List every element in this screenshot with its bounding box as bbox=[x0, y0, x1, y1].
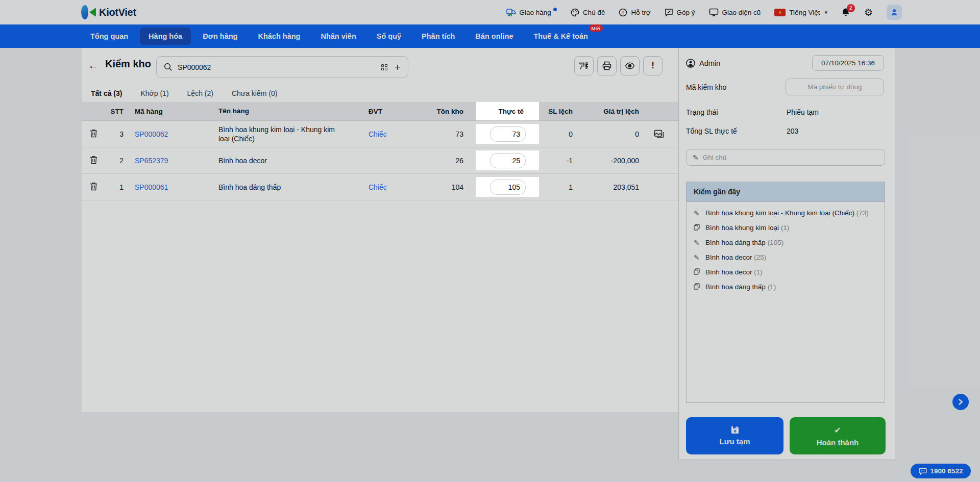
recent-check-item[interactable]: ✎ Bình hoa dáng thấp (105) bbox=[694, 238, 877, 248]
nav-item[interactable]: Phân tích bbox=[413, 28, 463, 45]
product-code-link[interactable]: SP000061 bbox=[135, 183, 168, 191]
pencil-icon: ✎ bbox=[694, 238, 701, 248]
main-nav: Tổng quan Hàng hóa Đơn hàng Khách hàng bbox=[0, 24, 980, 48]
old-interface-menu[interactable]: Giao diện cũ bbox=[709, 8, 761, 16]
delete-row-button[interactable] bbox=[84, 156, 97, 166]
new-badge: Mới bbox=[589, 24, 603, 32]
diff-qty: 1 bbox=[539, 183, 585, 191]
recent-item-name: Bình hoa dáng thấp bbox=[705, 283, 766, 291]
barcode-scan-button[interactable] bbox=[574, 56, 594, 75]
recent-check-item[interactable]: ✎ Bình hoa khung kim loại - Khung kim lo… bbox=[694, 209, 877, 218]
delivery-menu[interactable]: Giao hàng bbox=[506, 8, 557, 16]
page-title: Kiểm kho bbox=[105, 58, 151, 70]
recent-check-item[interactable]: Bình hoa khung kim loại (1) bbox=[694, 223, 877, 233]
col-stock: Tồn kho bbox=[414, 108, 476, 115]
save-draft-button[interactable]: Lưu tạm bbox=[686, 417, 783, 454]
recent-checks-title: Kiểm gần đây bbox=[687, 182, 885, 202]
product-search[interactable]: + bbox=[156, 56, 408, 78]
vietnam-flag-icon: ★ bbox=[774, 9, 786, 16]
total-value: 203 bbox=[787, 127, 798, 135]
product-name: Bình hoa khung kim loại - Khung kim loại… bbox=[216, 125, 364, 143]
language-selector[interactable]: ★ Tiếng Việt ▾ bbox=[774, 9, 827, 16]
notifications-button[interactable]: 2 bbox=[841, 8, 850, 17]
product-code-link[interactable]: SP000062 bbox=[135, 130, 168, 138]
support-menu[interactable]: ! Hỗ trợ bbox=[619, 8, 650, 17]
brand-logo[interactable]: KiotViet bbox=[81, 5, 136, 20]
actual-qty-input[interactable] bbox=[490, 126, 526, 142]
monitor-icon bbox=[709, 8, 719, 16]
printer-icon bbox=[602, 61, 611, 70]
nav-item[interactable]: Nhân viên bbox=[312, 28, 364, 45]
complete-button[interactable]: ✔ Hoàn thành bbox=[790, 417, 886, 454]
person-icon bbox=[890, 8, 898, 16]
search-input[interactable] bbox=[178, 63, 376, 71]
stock-qty: 26 bbox=[414, 157, 476, 165]
feedback-menu[interactable]: Góp ý bbox=[665, 8, 695, 17]
unit-link[interactable]: Chiếc bbox=[369, 130, 387, 138]
code-label: Mã kiểm kho bbox=[686, 83, 726, 91]
topbar: KiotViet Giao hàng Chủ đề ! Hỗ trợ Góp ý bbox=[0, 0, 980, 24]
nav-item[interactable]: Hàng hóa bbox=[140, 28, 191, 45]
recent-item-name: Bình hoa khung kim loại bbox=[705, 224, 779, 232]
row-stt: 3 bbox=[104, 130, 130, 138]
image-icon[interactable] bbox=[654, 130, 664, 138]
search-icon bbox=[164, 63, 173, 71]
actual-qty-input[interactable] bbox=[490, 153, 526, 168]
status-value: Phiếu tạm bbox=[787, 108, 819, 116]
user-avatar[interactable] bbox=[887, 5, 902, 20]
copy-icon bbox=[694, 268, 701, 277]
col-name: Tên hàng bbox=[216, 107, 364, 116]
pencil-icon: ✎ bbox=[694, 209, 701, 218]
check-code-input[interactable]: Mã phiếu tự động bbox=[786, 79, 884, 95]
support-hotline-button[interactable]: 1900 6522 bbox=[911, 464, 971, 478]
nav-item[interactable]: Tổng quan bbox=[82, 28, 137, 45]
preview-button[interactable] bbox=[620, 56, 640, 75]
copy-icon bbox=[694, 283, 701, 292]
kiotviet-app: KiotViet Giao hàng Chủ đề ! Hỗ trợ Góp ý bbox=[0, 0, 980, 482]
trash-icon bbox=[90, 182, 97, 191]
col-unit: ĐVT bbox=[364, 108, 414, 115]
theme-menu[interactable]: Chủ đề bbox=[571, 8, 605, 17]
nav-item[interactable]: Thuế & Kế toán Mới bbox=[525, 28, 596, 45]
recent-check-item[interactable]: Bình hoa dáng thấp (1) bbox=[694, 283, 877, 292]
nav-item[interactable]: Sổ quỹ bbox=[368, 28, 410, 45]
save-icon bbox=[731, 426, 739, 434]
expand-sidebar-button[interactable] bbox=[952, 394, 969, 410]
col-diff: SL lệch bbox=[539, 108, 585, 115]
admin-icon bbox=[686, 59, 695, 68]
nav-item[interactable]: Bán online bbox=[467, 28, 522, 45]
recent-item-count: (1) bbox=[768, 283, 776, 291]
chevron-down-icon: ▾ bbox=[824, 9, 827, 16]
diff-value: 0 bbox=[585, 130, 646, 138]
recent-item-count: (25) bbox=[754, 253, 766, 261]
delete-row-button[interactable] bbox=[84, 129, 97, 139]
table-header: STT Mã hàng Tên hàng ĐVT Tồn kho Thực tế… bbox=[82, 102, 678, 121]
actual-qty-input[interactable] bbox=[490, 180, 526, 195]
recent-item-count: (105) bbox=[768, 239, 784, 246]
delete-row-button[interactable] bbox=[84, 182, 97, 192]
trash-icon bbox=[90, 129, 97, 138]
alert-button[interactable]: ! bbox=[643, 56, 663, 75]
diff-qty: 0 bbox=[539, 130, 585, 138]
recent-check-item[interactable]: ✎ Bình hoa decor (25) bbox=[694, 253, 877, 263]
grid-view-icon[interactable] bbox=[381, 64, 387, 70]
kiotviet-logo-icon bbox=[81, 5, 96, 20]
unit-link[interactable]: Chiếc bbox=[369, 183, 387, 191]
print-button[interactable] bbox=[597, 56, 617, 75]
trash-icon bbox=[90, 156, 97, 164]
nav-item[interactable]: Đơn hàng bbox=[194, 28, 246, 45]
product-code-link[interactable]: SP652379 bbox=[135, 157, 168, 165]
note-input[interactable]: ✎ Ghi chú bbox=[686, 149, 885, 166]
recent-check-item[interactable]: Bình hoa decor (1) bbox=[694, 268, 877, 277]
stock-qty: 104 bbox=[414, 183, 476, 191]
table-row: 1 SP000061 Bình hoa dáng thấp Chiếc 104 … bbox=[82, 174, 678, 200]
back-button[interactable]: ← bbox=[86, 58, 101, 73]
brand-name: KiotViet bbox=[99, 7, 136, 18]
notification-dot bbox=[553, 8, 557, 11]
datetime-picker[interactable]: 07/10/2025 16:36 bbox=[812, 55, 884, 71]
table-row: 2 SP652379 Bình hoa decor 26 -1 -200,000 bbox=[82, 147, 678, 174]
inventory-table: STT Mã hàng Tên hàng ĐVT Tồn kho Thực tế… bbox=[82, 102, 678, 200]
settings-button[interactable]: ⚙ bbox=[864, 7, 873, 18]
nav-item[interactable]: Khách hàng bbox=[249, 28, 309, 45]
add-product-icon[interactable]: + bbox=[395, 62, 401, 72]
